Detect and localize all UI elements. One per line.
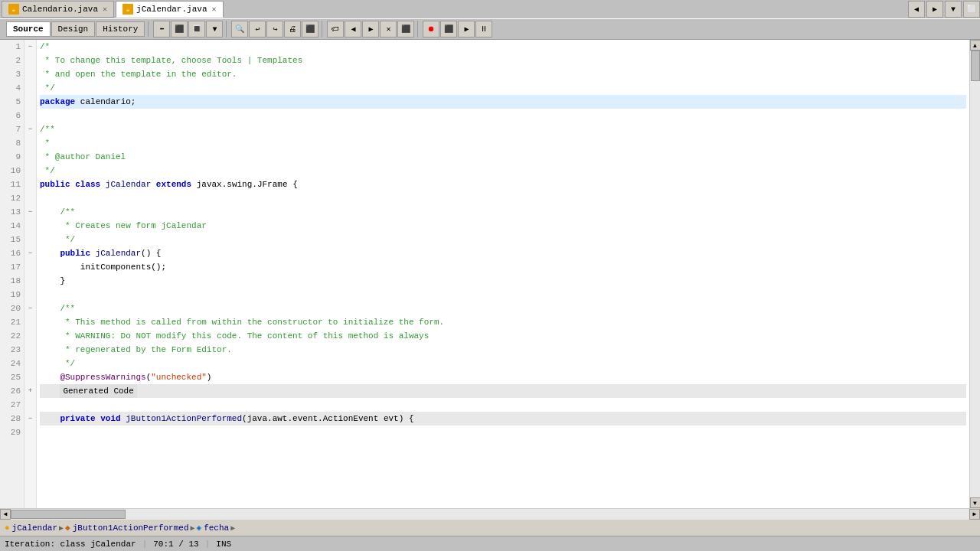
- fold-13[interactable]: −: [24, 205, 36, 219]
- source-tab[interactable]: Source: [6, 21, 51, 37]
- var-icon: ◈: [197, 523, 202, 533]
- code-line-26: Generated Code: [40, 384, 966, 398]
- breadcrumb-sep-2: ▶: [191, 523, 195, 533]
- code-line-6: [40, 109, 966, 122]
- breadcrumb-var-label: fecha: [204, 523, 229, 533]
- hscroll-left-arrow[interactable]: ◀: [0, 509, 11, 520]
- hscroll-thumb[interactable]: [11, 510, 126, 519]
- toggle2-btn[interactable]: ⬛: [397, 21, 414, 37]
- format-btn[interactable]: ⬛: [302, 21, 318, 37]
- horizontal-scrollbar[interactable]: ◀ ▶: [0, 508, 980, 519]
- scroll-track[interactable]: [970, 51, 981, 497]
- tab-jcalendar[interactable]: ☕ jCalendar.java ✕: [116, 1, 223, 18]
- hscroll-right-arrow[interactable]: ▶: [969, 509, 980, 520]
- breadcrumb-method[interactable]: ◆ jButton1ActionPerformed: [65, 523, 188, 533]
- pause-btn[interactable]: ⏸: [475, 21, 492, 37]
- code-line-28: private void jButton1ActionPerformed(jav…: [40, 412, 966, 425]
- code-line-27: [40, 398, 966, 412]
- scroll-up-arrow[interactable]: ▲: [970, 40, 981, 51]
- code-line-8: *: [40, 136, 966, 150]
- view-tabs-section: Source Design History: [3, 21, 149, 37]
- mark-btns: 🏷 ◀ ▶ ✕ ⬛: [324, 21, 418, 37]
- breadcrumb-trail-arrow: ▶: [230, 523, 235, 533]
- code-line-3: * and open the template in the editor.: [40, 67, 966, 81]
- toggle-btn[interactable]: 🔳: [188, 21, 205, 37]
- search-btn[interactable]: 🔍: [231, 21, 248, 37]
- fold-20[interactable]: −: [24, 302, 36, 315]
- code-line-29: [40, 425, 966, 439]
- breadcrumb-class[interactable]: ● jCalendar: [5, 523, 57, 533]
- design-tab[interactable]: Design: [51, 21, 96, 37]
- breadcrumb-class-label: jCalendar: [12, 523, 57, 533]
- line-numbers: 1 2 3 4 5 6 7 8 9 10 11 12 13 14 15 16 1…: [0, 40, 24, 508]
- code-line-25: @SuppressWarnings("unchecked"): [40, 370, 966, 384]
- fold-column: − − − − −: [24, 40, 37, 508]
- tab-bar: ☕ Calendario.java ✕ ☕ jCalendar.java ✕ ◀…: [0, 0, 980, 18]
- code-line-16: public jCalendar() {: [40, 246, 966, 260]
- hscroll-track[interactable]: [11, 509, 969, 520]
- code-line-1: /*: [40, 40, 966, 54]
- vertical-scrollbar[interactable]: ▲ ▼: [969, 40, 980, 508]
- dropdown-btn[interactable]: ▼: [206, 21, 223, 37]
- next-bookmark-btn[interactable]: ▶: [362, 21, 379, 37]
- clear-bookmark-btn[interactable]: ✕: [380, 21, 397, 37]
- stop-btn[interactable]: ⬛: [440, 21, 457, 37]
- code-line-10: */: [40, 164, 966, 178]
- fold-16[interactable]: −: [24, 246, 36, 260]
- code-line-5: package calendario;: [40, 95, 966, 109]
- scroll-down-arrow[interactable]: ▼: [970, 497, 981, 508]
- code-area[interactable]: /* * To change this template, choose Too…: [37, 40, 969, 508]
- record-btn[interactable]: ⏺: [423, 21, 439, 37]
- tab-calendario[interactable]: ☕ Calendario.java ✕: [2, 1, 114, 18]
- debug-btns: ⏺ ⬛ ▶ ⏸: [420, 21, 495, 37]
- scroll-thumb[interactable]: [971, 51, 980, 81]
- status-ins: INS: [216, 540, 231, 549]
- code-line-9: * @author Daniel: [40, 150, 966, 164]
- code-line-17: initComponents();: [40, 260, 966, 274]
- status-text: Iteration: class jCalendar: [5, 540, 136, 549]
- back-btn[interactable]: ⬅: [153, 21, 170, 37]
- print-btn[interactable]: 🖨: [284, 21, 301, 37]
- fold-28[interactable]: −: [24, 412, 36, 425]
- method-icon: ◆: [65, 523, 70, 533]
- undo-btn[interactable]: ↩: [249, 21, 266, 37]
- bookmark-btn[interactable]: 🏷: [327, 21, 344, 37]
- code-line-7: /**: [40, 122, 966, 136]
- breadcrumb-var[interactable]: ◈ fecha: [197, 523, 230, 533]
- maximize-btn[interactable]: ⬜: [963, 1, 980, 18]
- breadcrumb-sep-1: ▶: [59, 523, 64, 533]
- nav-left-btn[interactable]: ◀: [908, 1, 925, 18]
- tab-icon-jcalendar: ☕: [122, 4, 133, 15]
- code-line-24: */: [40, 357, 966, 370]
- prev-bookmark-btn[interactable]: ◀: [345, 21, 361, 37]
- code-line-13: /**: [40, 205, 966, 219]
- run-btn[interactable]: ▶: [458, 21, 475, 37]
- code-line-22: * WARNING: Do NOT modify this code. The …: [40, 329, 966, 343]
- editor-wrapper: 1 2 3 4 5 6 7 8 9 10 11 12 13 14 15 16 1…: [0, 40, 980, 508]
- tab-close-calendario[interactable]: ✕: [103, 5, 107, 14]
- code-line-20: /**: [40, 302, 966, 315]
- fold-26[interactable]: +: [24, 384, 36, 398]
- toolbar: Source Design History ⬅ ⬛ 🔳 ▼ 🔍 ↩ ↪ 🖨 ⬛ …: [0, 18, 980, 40]
- action-btns: 🔍 ↩ ↪ 🖨 ⬛: [228, 21, 322, 37]
- breadcrumb-bar: ● jCalendar ▶ ◆ jButton1ActionPerformed …: [0, 519, 980, 536]
- nav-down-btn[interactable]: ▼: [945, 1, 962, 18]
- code-line-2: * To change this template, choose Tools …: [40, 54, 966, 67]
- editor[interactable]: 1 2 3 4 5 6 7 8 9 10 11 12 13 14 15 16 1…: [0, 40, 969, 508]
- status-position: 70:1 / 13: [153, 540, 198, 549]
- code-line-21: * This method is called from within the …: [40, 315, 966, 329]
- breadcrumb-method-label: jButton1ActionPerformed: [73, 523, 189, 533]
- code-line-11: public class jCalendar extends javax.swi…: [40, 178, 966, 191]
- code-line-15: */: [40, 233, 966, 246]
- tab-label-calendario: Calendario.java: [22, 5, 98, 14]
- nav-btns: ⬅ ⬛ 🔳 ▼: [150, 21, 227, 37]
- forward-btn[interactable]: ⬛: [171, 21, 188, 37]
- fold-7[interactable]: −: [24, 122, 36, 136]
- code-line-18: }: [40, 274, 966, 288]
- fold-1[interactable]: −: [24, 40, 36, 54]
- history-tab[interactable]: History: [96, 21, 145, 37]
- nav-right-btn[interactable]: ▶: [926, 1, 943, 18]
- redo-btn[interactable]: ↪: [266, 21, 283, 37]
- code-line-19: [40, 288, 966, 302]
- tab-close-jcalendar[interactable]: ✕: [211, 5, 216, 14]
